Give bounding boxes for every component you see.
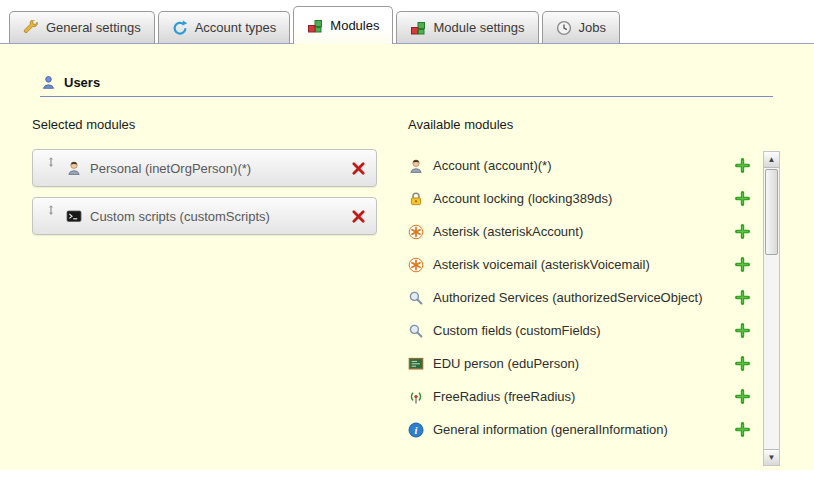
asterisk-icon <box>408 257 424 273</box>
scroll-down-button[interactable]: ▼ <box>764 449 779 465</box>
add-module-button[interactable] <box>734 158 750 174</box>
page: General settingsAccount typesModulesModu… <box>0 0 814 478</box>
tab-modules[interactable]: Modules <box>293 6 393 44</box>
asterisk-icon <box>408 224 424 240</box>
available-modules-heading: Available modules <box>408 117 780 132</box>
available-module-label: Asterisk (asteriskAccount) <box>433 224 728 239</box>
available-module-row: Asterisk (asteriskAccount) <box>408 215 750 248</box>
scrollbar-thumb[interactable] <box>765 169 778 255</box>
module-columns: Selected modules Personal (inetOrgPerson… <box>32 117 814 466</box>
scroll-up-icon: ▲ <box>768 155 776 164</box>
add-module-button[interactable] <box>734 257 750 273</box>
available-module-row: EDU person (eduPerson) <box>408 347 750 380</box>
available-module-label: Account (account)(*) <box>433 158 728 173</box>
lock-icon <box>408 191 424 207</box>
content-panel: Users Selected modules Personal (inetOrg… <box>0 44 814 470</box>
tab-label: Account types <box>195 20 277 35</box>
add-module-button[interactable] <box>734 290 750 306</box>
account-icon <box>408 158 424 174</box>
available-module-row: Account locking (locking389ds) <box>408 182 750 215</box>
svg-text:i: i <box>415 425 418 436</box>
clock-icon <box>556 20 572 36</box>
available-module-row: Custom fields (customFields) <box>408 314 750 347</box>
available-module-row: Account (account)(*) <box>408 149 750 182</box>
available-module-row: Authorized Services (authorizedServiceOb… <box>408 281 750 314</box>
scroll-down-icon: ▼ <box>768 453 776 462</box>
available-module-row: iGeneral information (generalInformation… <box>408 413 750 446</box>
tab-module-settings[interactable]: Module settings <box>396 11 538 43</box>
remove-module-button[interactable] <box>350 160 366 176</box>
section-title: Users <box>64 75 100 90</box>
tab-general-settings[interactable]: General settings <box>9 11 155 43</box>
script-icon <box>66 208 82 224</box>
tab-account-types[interactable]: Account types <box>158 11 291 43</box>
selected-modules-heading: Selected modules <box>32 117 408 132</box>
search-icon <box>408 290 424 306</box>
wrench-icon <box>23 20 39 36</box>
tab-label: Jobs <box>579 20 606 35</box>
add-module-button[interactable] <box>734 389 750 405</box>
selected-module-row[interactable]: Personal (inetOrgPerson)(*) <box>32 149 377 187</box>
available-modules-scroll-area: Account (account)(*)Account locking (loc… <box>408 149 780 466</box>
person-icon <box>66 160 82 176</box>
add-module-button[interactable] <box>734 422 750 438</box>
drag-handle-icon[interactable] <box>43 202 59 218</box>
modules-icon <box>307 18 323 34</box>
tab-label: Module settings <box>433 20 524 35</box>
module-settings-icon <box>410 20 426 36</box>
add-module-button[interactable] <box>734 356 750 372</box>
available-modules-column: Available modules Account (account)(*)Ac… <box>408 117 780 466</box>
available-module-label: Authorized Services (authorizedServiceOb… <box>433 290 728 305</box>
available-module-label: Account locking (locking389ds) <box>433 191 728 206</box>
tab-label: General settings <box>46 20 141 35</box>
remove-module-button[interactable] <box>350 208 366 224</box>
user-icon <box>40 74 56 90</box>
selected-modules-list: Personal (inetOrgPerson)(*)Custom script… <box>32 149 408 235</box>
available-module-row: Asterisk voicemail (asteriskVoicemail) <box>408 248 750 281</box>
available-module-label: General information (generalInformation) <box>433 422 728 437</box>
tab-bar: General settingsAccount typesModulesModu… <box>0 0 814 44</box>
selected-modules-column: Selected modules Personal (inetOrgPerson… <box>32 117 408 466</box>
add-module-button[interactable] <box>734 191 750 207</box>
antenna-icon <box>408 389 424 405</box>
selected-module-label: Custom scripts (customScripts) <box>90 209 350 224</box>
search-icon <box>408 323 424 339</box>
refresh-icon <box>172 20 188 36</box>
selected-module-row[interactable]: Custom scripts (customScripts) <box>32 197 377 235</box>
tab-jobs[interactable]: Jobs <box>542 11 620 43</box>
add-module-button[interactable] <box>734 224 750 240</box>
available-module-label: FreeRadius (freeRadius) <box>433 389 728 404</box>
available-module-label: Asterisk voicemail (asteriskVoicemail) <box>433 257 728 272</box>
available-module-label: Custom fields (customFields) <box>433 323 728 338</box>
users-section-header: Users <box>40 74 773 97</box>
add-module-button[interactable] <box>734 323 750 339</box>
available-module-row: FreeRadius (freeRadius) <box>408 380 750 413</box>
scrollbar[interactable]: ▲ ▼ <box>763 151 780 466</box>
selected-module-label: Personal (inetOrgPerson)(*) <box>90 161 350 176</box>
available-modules-list: Account (account)(*)Account locking (loc… <box>408 149 750 446</box>
scroll-up-button[interactable]: ▲ <box>764 152 779 168</box>
drag-handle-icon[interactable] <box>43 154 59 170</box>
info-icon: i <box>408 422 424 438</box>
edu-icon <box>408 356 424 372</box>
available-module-label: EDU person (eduPerson) <box>433 356 728 371</box>
tab-label: Modules <box>330 18 379 33</box>
